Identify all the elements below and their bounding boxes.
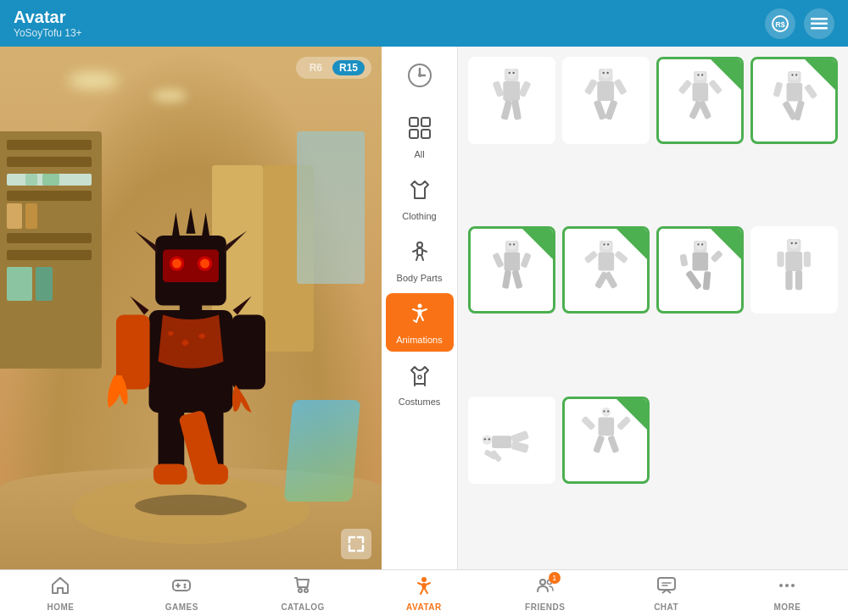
svg-rect-128 (607, 436, 619, 454)
robux-button[interactable]: R$ (765, 8, 795, 39)
svg-rect-34 (410, 130, 418, 138)
sidebar-item-costumes[interactable]: Costumes (386, 355, 454, 413)
more-label: MORE (773, 602, 801, 612)
svg-point-85 (513, 243, 515, 245)
animation-item-8[interactable] (750, 226, 838, 314)
games-icon (171, 575, 192, 601)
sidebar-item-body-parts[interactable]: Body Parts (386, 231, 454, 290)
svg-rect-44 (519, 80, 532, 97)
svg-rect-135 (421, 583, 426, 589)
rating-toggle: R6 R15 (296, 57, 371, 79)
svg-point-31 (418, 74, 421, 77)
svg-rect-100 (702, 271, 711, 290)
svg-point-57 (603, 72, 605, 74)
r6-button[interactable]: R6 (303, 60, 329, 75)
sidebar-bodyparts-label: Body Parts (397, 273, 443, 283)
nav-games[interactable]: GAMES (148, 572, 215, 615)
bottom-navigation: HOME GAMES CATALOG (0, 569, 848, 616)
sidebar-costumes-label: Costumes (399, 397, 441, 407)
chat-label: CHAT (654, 602, 678, 612)
nav-friends[interactable]: 1 FRIENDS (511, 572, 579, 615)
clock-icon (406, 62, 433, 94)
svg-point-67 (701, 74, 703, 75)
animations-icon (408, 302, 432, 331)
svg-rect-52 (584, 79, 598, 96)
sidebar-clothing-label: Clothing (402, 211, 436, 221)
svg-rect-60 (692, 83, 708, 102)
svg-point-93 (603, 243, 605, 245)
svg-rect-96 (692, 253, 708, 271)
svg-rect-97 (679, 254, 688, 267)
svg-rect-106 (778, 252, 784, 267)
sidebar-animations-label: Animations (396, 335, 442, 345)
sidebar-item-recent[interactable] (386, 53, 454, 104)
sidebar: All Clothing Body Parts (382, 47, 458, 569)
svg-rect-78 (504, 253, 520, 271)
svg-rect-4 (811, 27, 828, 30)
clothing-icon (408, 178, 432, 208)
animation-item-7[interactable] (656, 226, 744, 314)
svg-rect-82 (511, 269, 522, 289)
svg-point-83 (507, 241, 516, 250)
animation-item-2[interactable] (562, 57, 650, 144)
menu-button[interactable] (804, 8, 834, 39)
svg-rect-109 (795, 270, 802, 290)
svg-rect-16 (232, 315, 265, 390)
svg-rect-70 (773, 81, 783, 97)
svg-rect-55 (605, 100, 618, 120)
sidebar-item-all[interactable]: All (386, 108, 454, 166)
svg-marker-26 (202, 213, 209, 236)
catalog-icon (293, 575, 313, 601)
sidebar-item-animations[interactable]: Animations (386, 293, 454, 352)
svg-point-102 (697, 243, 699, 245)
sidebar-item-clothing[interactable]: Clothing (386, 169, 454, 228)
nav-avatar[interactable]: AVATAR (390, 572, 458, 615)
svg-point-65 (695, 71, 705, 80)
svg-rect-124 (598, 418, 614, 436)
svg-rect-53 (614, 79, 628, 96)
svg-rect-79 (492, 253, 504, 269)
chat-icon (656, 575, 677, 601)
expand-button[interactable] (341, 529, 371, 559)
svg-point-130 (184, 583, 187, 585)
nav-catalog[interactable]: CATALOG (269, 572, 337, 615)
svg-point-140 (785, 584, 789, 587)
animation-item-3[interactable] (656, 57, 744, 144)
app-header: Avatar YoSoyTofu 13+ R$ (0, 0, 848, 47)
nav-home[interactable]: HOME (26, 572, 94, 615)
r15-button[interactable]: R15 (332, 60, 365, 75)
svg-point-76 (795, 74, 797, 75)
svg-rect-8 (153, 464, 187, 485)
nav-more[interactable]: MORE (753, 572, 821, 615)
svg-point-49 (513, 72, 515, 74)
svg-rect-105 (786, 252, 803, 271)
animation-item-4[interactable] (750, 57, 838, 144)
animation-item-1[interactable] (468, 57, 555, 144)
svg-rect-88 (583, 250, 598, 264)
svg-rect-54 (594, 100, 607, 120)
svg-marker-11 (131, 297, 149, 315)
animation-item-5[interactable] (468, 226, 555, 314)
svg-point-112 (795, 241, 797, 243)
animation-item-6[interactable] (562, 226, 650, 314)
svg-rect-64 (698, 100, 711, 119)
selected-badge (616, 399, 647, 430)
svg-point-133 (304, 589, 308, 592)
svg-point-38 (417, 304, 421, 308)
animation-item-9[interactable] (468, 397, 555, 484)
svg-rect-87 (598, 253, 614, 271)
avatar-viewport: R6 R15 (0, 47, 382, 569)
nav-chat[interactable]: CHAT (633, 572, 700, 615)
svg-rect-33 (421, 118, 430, 126)
svg-point-48 (509, 72, 510, 74)
svg-marker-13 (233, 297, 252, 315)
home-label: HOME (47, 602, 74, 612)
animation-item-10[interactable] (562, 397, 650, 484)
svg-point-23 (200, 259, 209, 269)
svg-point-74 (789, 71, 799, 80)
svg-point-111 (791, 241, 793, 243)
svg-rect-138 (658, 578, 675, 590)
svg-marker-24 (172, 213, 180, 236)
svg-point-110 (789, 239, 800, 249)
avatar-nav-icon (414, 575, 434, 601)
